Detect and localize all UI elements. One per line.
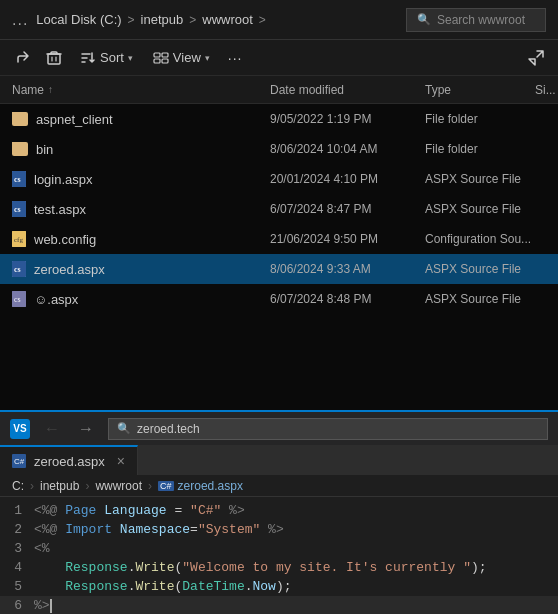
search-box[interactable]: 🔍 Search wwwroot	[406, 8, 546, 32]
line-content-5: Response.Write(DateTime.Now);	[34, 579, 558, 594]
file-type-cell: ASPX Source File	[425, 292, 535, 306]
file-name-cell: cs zeroed.aspx	[0, 261, 270, 277]
file-name-label: ☺.aspx	[34, 292, 78, 307]
table-row[interactable]: cs zeroed.aspx 8/06/2024 9:33 AM ASPX So…	[0, 254, 558, 284]
file-date-cell: 20/01/2024 4:10 PM	[270, 172, 425, 186]
view-label: View	[173, 50, 201, 65]
col-header-size[interactable]: Si...	[535, 83, 558, 97]
line-number-6: 6	[0, 598, 34, 613]
address-text: zeroed.tech	[137, 422, 200, 436]
view-chevron-icon: ▾	[205, 53, 210, 63]
line-number-3: 3	[0, 541, 34, 556]
svg-text:cs: cs	[14, 295, 21, 304]
col-header-date[interactable]: Date modified	[270, 83, 425, 97]
table-row[interactable]: bin 8/06/2024 10:04 AM File folder	[0, 134, 558, 164]
file-date-cell: 8/06/2024 10:04 AM	[270, 142, 425, 156]
file-date-cell: 8/06/2024 9:33 AM	[270, 262, 425, 276]
table-row[interactable]: cs login.aspx 20/01/2024 4:10 PM ASPX So…	[0, 164, 558, 194]
code-line-5: 5 Response.Write(DateTime.Now);	[0, 577, 558, 596]
code-line-4: 4 Response.Write("Welcome to my site. It…	[0, 558, 558, 577]
more-icon: ···	[228, 50, 243, 66]
address-search-icon: 🔍	[117, 422, 131, 435]
file-name-cell: cfg web.config	[0, 231, 270, 247]
line-content-4: Response.Write("Welcome to my site. It's…	[34, 560, 558, 575]
trash-icon	[46, 50, 62, 66]
file-aspx-icon: cs	[12, 261, 26, 277]
svg-rect-1	[154, 53, 160, 57]
expand-button[interactable]	[522, 45, 550, 71]
editor-breadcrumb-file: C# zeroed.aspx	[158, 479, 243, 493]
svg-rect-4	[162, 59, 168, 63]
breadcrumb-wwwroot[interactable]: wwwroot	[202, 12, 253, 27]
address-bar[interactable]: 🔍 zeroed.tech	[108, 418, 548, 440]
svg-text:cs: cs	[14, 265, 21, 274]
table-row[interactable]: cs ☺.aspx 6/07/2024 8:48 PM ASPX Source …	[0, 284, 558, 314]
line-number-4: 4	[0, 560, 34, 575]
line-content-3: <%	[34, 541, 558, 556]
svg-text:cs: cs	[14, 175, 21, 184]
sort-label: Sort	[100, 50, 124, 65]
table-row[interactable]: aspnet_client 9/05/2022 1:19 PM File fol…	[0, 104, 558, 134]
file-aspx-icon: cs	[12, 201, 26, 217]
share-button[interactable]	[8, 45, 36, 71]
svg-text:cfg: cfg	[14, 236, 23, 244]
more-button[interactable]: ···	[222, 45, 249, 71]
file-config-icon: cfg	[12, 231, 26, 247]
forward-button[interactable]: →	[74, 418, 98, 440]
breadcrumb-local-disk[interactable]: Local Disk (C:)	[36, 12, 121, 27]
line-content-6: %>	[34, 598, 558, 613]
search-icon: 🔍	[417, 13, 431, 26]
vscode-panel: VS ← → 🔍 zeroed.tech C# zeroed.aspx × C:…	[0, 410, 558, 614]
vscode-icon: VS	[10, 419, 30, 439]
file-name-label: test.aspx	[34, 202, 86, 217]
breadcrumb-inetpub[interactable]: inetpub	[141, 12, 184, 27]
table-row[interactable]: cs test.aspx 6/07/2024 8:47 PM ASPX Sour…	[0, 194, 558, 224]
code-editor[interactable]: 1 <%@ Page Language = "C#" %> 2 <%@ Impo…	[0, 497, 558, 614]
file-name-cell: bin	[0, 142, 270, 157]
file-name-cell: cs test.aspx	[0, 201, 270, 217]
tab-close-button[interactable]: ×	[117, 453, 125, 469]
line-number-2: 2	[0, 522, 34, 537]
svg-rect-3	[162, 53, 168, 57]
file-date-cell: 9/05/2022 1:19 PM	[270, 112, 425, 126]
view-icon	[153, 51, 169, 65]
share-icon	[14, 50, 30, 66]
code-line-3: 3 <%	[0, 539, 558, 558]
file-list: aspnet_client 9/05/2022 1:19 PM File fol…	[0, 104, 558, 410]
file-type-cell: ASPX Source File	[425, 262, 535, 276]
folder-icon	[12, 112, 28, 126]
code-line-1: 1 <%@ Page Language = "C#" %>	[0, 501, 558, 520]
file-name-cell: aspnet_client	[0, 112, 270, 127]
table-row[interactable]: cfg web.config 21/06/2024 9:50 PM Config…	[0, 224, 558, 254]
view-button[interactable]: View ▾	[145, 45, 218, 71]
expand-icon	[528, 50, 544, 66]
col-header-name[interactable]: Name ↑	[0, 83, 270, 97]
file-explorer: ... Local Disk (C:) > inetpub > wwwroot …	[0, 0, 558, 410]
editor-breadcrumb-sep-1: ›	[30, 479, 34, 493]
toolbar: Sort ▾ View ▾ ···	[0, 40, 558, 76]
col-header-type[interactable]: Type	[425, 83, 535, 97]
delete-button[interactable]	[40, 45, 68, 71]
tab-label: zeroed.aspx	[34, 454, 105, 469]
file-name-cell: cs ☺.aspx	[0, 291, 270, 307]
sort-icon	[80, 51, 96, 65]
editor-breadcrumb-sep-2: ›	[85, 479, 89, 493]
file-type-cell: ASPX Source File	[425, 202, 535, 216]
file-name-label: web.config	[34, 232, 96, 247]
back-button[interactable]: ←	[40, 418, 64, 440]
file-name-label: login.aspx	[34, 172, 93, 187]
code-line-6: 6 %>	[0, 596, 558, 614]
file-name-cell: cs login.aspx	[0, 171, 270, 187]
breadcrumb-dots-btn[interactable]: ...	[12, 11, 28, 29]
tab-zeroed-aspx[interactable]: C# zeroed.aspx ×	[0, 445, 138, 475]
editor-breadcrumb-inetpub: inetpub	[40, 479, 79, 493]
breadcrumb-path: Local Disk (C:) > inetpub > wwwroot >	[36, 12, 406, 27]
sort-button[interactable]: Sort ▾	[72, 45, 141, 71]
editor-breadcrumb: C: › inetpub › wwwroot › C# zeroed.aspx	[0, 475, 558, 497]
vscode-topbar: VS ← → 🔍 zeroed.tech	[0, 410, 558, 445]
line-number-1: 1	[0, 503, 34, 518]
file-aspx-icon: cs	[12, 171, 26, 187]
breadcrumb-sep-1: >	[128, 13, 135, 27]
line-content-2: <%@ Import Namespace="System" %>	[34, 522, 558, 537]
breadcrumb-sep-3: >	[259, 13, 266, 27]
